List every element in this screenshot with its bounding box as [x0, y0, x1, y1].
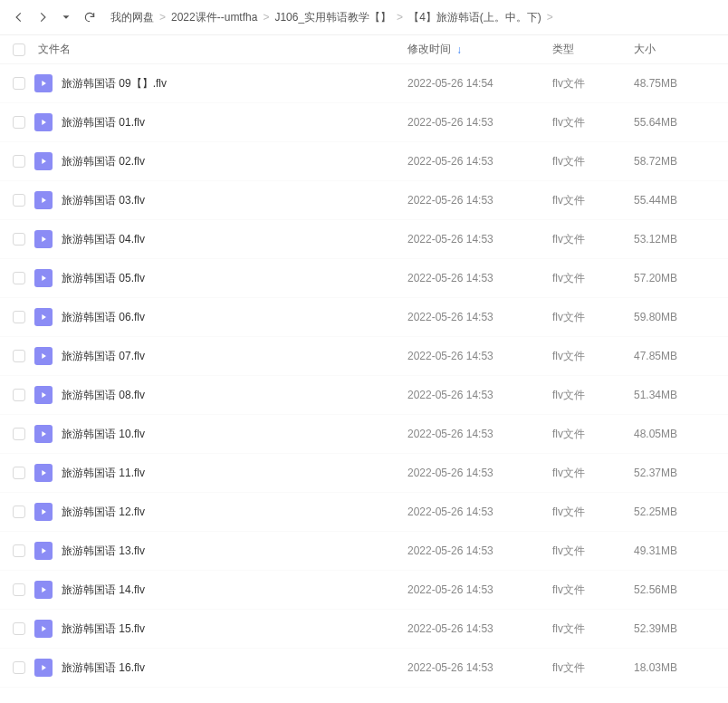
checkbox-cell: [13, 311, 34, 323]
column-header-size[interactable]: 大小: [634, 42, 715, 57]
file-row[interactable]: 旅游韩国语 13.flv2022-05-26 14:53flv文件49.31MB: [0, 532, 728, 571]
file-row[interactable]: 旅游韩国语 06.flv2022-05-26 14:53flv文件59.80MB: [0, 298, 728, 337]
row-checkbox[interactable]: [13, 194, 25, 207]
file-name[interactable]: 旅游韩国语 11.flv: [62, 466, 145, 481]
row-checkbox[interactable]: [13, 77, 25, 90]
row-checkbox[interactable]: [13, 467, 25, 479]
file-row[interactable]: 旅游韩国语 09【】.flv2022-05-26 14:54flv文件48.75…: [0, 64, 728, 103]
file-size: 58.72MB: [634, 155, 715, 168]
video-file-icon: [34, 542, 53, 560]
file-row[interactable]: 旅游韩国语 05.flv2022-05-26 14:53flv文件57.20MB: [0, 259, 728, 298]
file-name[interactable]: 旅游韩国语 12.flv: [62, 505, 145, 520]
video-file-icon: [34, 503, 53, 521]
checkbox-cell: [13, 506, 34, 518]
file-name[interactable]: 旅游韩国语 07.flv: [62, 349, 145, 364]
row-checkbox[interactable]: [13, 583, 25, 596]
breadcrumb-item[interactable]: 【4】旅游韩语(上。中。下): [408, 10, 541, 25]
file-date: 2022-05-26 14:53: [407, 583, 552, 596]
file-name[interactable]: 旅游韩国语 05.flv: [62, 271, 145, 286]
column-header-date[interactable]: 修改时间 ↓: [407, 42, 552, 57]
file-size: 52.39MB: [634, 622, 715, 635]
file-size: 59.80MB: [634, 311, 715, 323]
file-type: flv文件: [552, 544, 634, 559]
file-name[interactable]: 旅游韩国语 09【】.flv: [62, 76, 167, 91]
file-date: 2022-05-26 14:53: [407, 194, 552, 207]
file-row[interactable]: 旅游韩国语 11.flv2022-05-26 14:53flv文件52.37MB: [0, 454, 728, 493]
file-name[interactable]: 旅游韩国语 10.flv: [62, 427, 145, 442]
select-all-checkbox[interactable]: [13, 43, 25, 56]
file-name[interactable]: 旅游韩国语 04.flv: [62, 232, 145, 247]
file-type: flv文件: [552, 349, 634, 364]
nav-back-button[interactable]: [9, 7, 29, 27]
file-name[interactable]: 旅游韩国语 14.flv: [62, 583, 145, 598]
row-checkbox[interactable]: [13, 622, 25, 635]
file-row[interactable]: 旅游韩国语 12.flv2022-05-26 14:53flv文件52.25MB: [0, 493, 728, 532]
breadcrumb-item[interactable]: 2022课件--umtfha: [171, 10, 257, 25]
row-checkbox[interactable]: [13, 661, 25, 674]
row-checkbox[interactable]: [13, 272, 25, 284]
file-size: 47.85MB: [634, 350, 715, 362]
row-checkbox[interactable]: [13, 155, 25, 168]
row-checkbox[interactable]: [13, 350, 25, 362]
file-row[interactable]: 旅游韩国语 03.flv2022-05-26 14:53flv文件55.44MB: [0, 181, 728, 220]
video-file-icon: [34, 620, 53, 638]
toolbar: 我的网盘 > 2022课件--umtfha > J106_实用韩语教学【】 > …: [0, 0, 728, 35]
row-checkbox[interactable]: [13, 233, 25, 246]
file-name[interactable]: 旅游韩国语 08.flv: [62, 388, 145, 403]
select-all-cell: [13, 43, 34, 56]
video-file-icon: [34, 425, 53, 443]
file-row[interactable]: 旅游韩国语 10.flv2022-05-26 14:53flv文件48.05MB: [0, 415, 728, 454]
file-name[interactable]: 旅游韩国语 13.flv: [62, 544, 145, 559]
video-file-icon: [34, 347, 53, 365]
row-checkbox[interactable]: [13, 389, 25, 401]
checkbox-cell: [13, 194, 34, 207]
file-row[interactable]: 旅游韩国语 14.flv2022-05-26 14:53flv文件52.56MB: [0, 571, 728, 610]
file-size: 52.25MB: [634, 506, 715, 518]
file-row[interactable]: 旅游韩国语 16.flv2022-05-26 14:53flv文件18.03MB: [0, 649, 728, 688]
file-row[interactable]: 旅游韩国语 07.flv2022-05-26 14:53flv文件47.85MB: [0, 337, 728, 376]
column-header-name[interactable]: 文件名: [34, 42, 407, 57]
file-row[interactable]: 旅游韩国语 08.flv2022-05-26 14:53flv文件51.34MB: [0, 376, 728, 415]
row-checkbox[interactable]: [13, 116, 25, 129]
file-name[interactable]: 旅游韩国语 03.flv: [62, 193, 145, 208]
file-row[interactable]: 旅游韩国语 02.flv2022-05-26 14:53flv文件58.72MB: [0, 142, 728, 181]
checkbox-cell: [13, 116, 34, 129]
file-name-cell: 旅游韩国语 08.flv: [34, 386, 407, 404]
row-checkbox[interactable]: [13, 544, 25, 557]
refresh-button[interactable]: [80, 7, 100, 27]
file-name[interactable]: 旅游韩国语 06.flv: [62, 310, 145, 325]
file-name[interactable]: 旅游韩国语 15.flv: [62, 621, 145, 637]
chevron-left-icon: [13, 11, 25, 24]
checkbox-cell: [13, 467, 34, 479]
row-checkbox[interactable]: [13, 311, 25, 323]
file-row[interactable]: 旅游韩国语 04.flv2022-05-26 14:53flv文件53.12MB: [0, 220, 728, 259]
breadcrumb-item[interactable]: 我的网盘: [110, 10, 154, 25]
video-file-icon: [34, 464, 53, 482]
file-name[interactable]: 旅游韩国语 16.flv: [62, 660, 145, 676]
file-name-cell: 旅游韩国语 14.flv: [34, 581, 407, 599]
file-name[interactable]: 旅游韩国语 02.flv: [62, 154, 145, 169]
file-date: 2022-05-26 14:53: [407, 467, 552, 479]
nav-forward-button[interactable]: [33, 7, 53, 27]
file-date: 2022-05-26 14:53: [407, 350, 552, 362]
file-date: 2022-05-26 14:53: [407, 661, 552, 674]
row-checkbox[interactable]: [13, 428, 25, 440]
file-size: 55.44MB: [634, 194, 715, 207]
file-row[interactable]: 旅游韩国语 15.flv2022-05-26 14:53flv文件52.39MB: [0, 610, 728, 649]
file-type: flv文件: [552, 583, 634, 598]
column-header-date-label: 修改时间: [407, 42, 451, 57]
file-name[interactable]: 旅游韩国语 01.flv: [62, 115, 145, 130]
file-date: 2022-05-26 14:53: [407, 544, 552, 557]
file-row[interactable]: 旅游韩国语 01.flv2022-05-26 14:53flv文件55.64MB: [0, 103, 728, 142]
file-size: 52.37MB: [634, 467, 715, 479]
checkbox-cell: [13, 389, 34, 401]
video-file-icon: [34, 230, 53, 248]
column-header-type[interactable]: 类型: [552, 42, 634, 57]
file-type: flv文件: [552, 660, 634, 676]
video-file-icon: [34, 152, 53, 170]
file-name-cell: 旅游韩国语 06.flv: [34, 308, 407, 326]
breadcrumb-item[interactable]: J106_实用韩语教学【】: [274, 10, 391, 25]
nav-dropdown-button[interactable]: [56, 7, 76, 27]
row-checkbox[interactable]: [13, 506, 25, 518]
video-file-icon: [34, 113, 53, 131]
